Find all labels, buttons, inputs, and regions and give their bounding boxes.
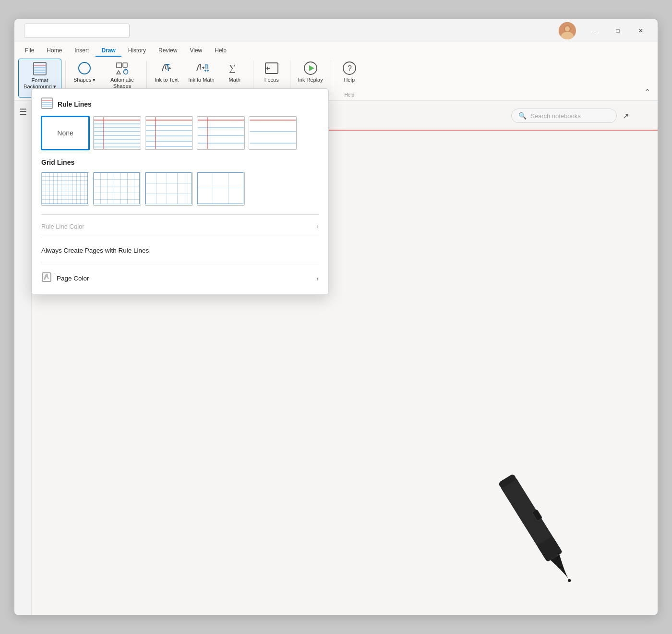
automatic-shapes-label: Automatic Shapes <box>105 77 139 89</box>
svg-point-3 <box>565 26 570 31</box>
tab-home[interactable]: Home <box>41 45 68 57</box>
svg-text:∑: ∑ <box>229 62 236 73</box>
tab-draw[interactable]: Draw <box>96 45 121 57</box>
rule-wide-option[interactable] <box>249 116 297 150</box>
title-bar-controls: — □ ✕ <box>584 23 652 38</box>
rule-lines-title: Rule Lines <box>58 100 92 108</box>
page-color-label: Page Color <box>57 275 89 282</box>
main-window: — □ ✕ File Home Insert Draw History Revi… <box>14 19 658 615</box>
ribbon-tabs: File Home Insert Draw History Review Vie… <box>14 45 658 57</box>
ink-replay-label: Ink Replay <box>298 77 323 83</box>
ink-to-math-icon <box>194 61 209 76</box>
svg-marker-20 <box>309 65 314 71</box>
grid-fine-option[interactable] <box>41 172 89 206</box>
svg-rect-10 <box>117 63 121 68</box>
grid-medium-option[interactable] <box>93 172 141 206</box>
svg-rect-25 <box>532 509 542 521</box>
notebook-search: 🔍 Search notebooks ↗ <box>511 109 629 123</box>
help-icon: ? <box>342 61 357 76</box>
title-search-bar[interactable] <box>24 24 130 38</box>
page-color-chevron: › <box>316 275 319 282</box>
title-bar-left <box>20 24 559 38</box>
tab-history[interactable]: History <box>122 45 152 57</box>
rule-narrow-option[interactable] <box>93 116 141 150</box>
svg-point-26 <box>567 578 571 582</box>
tab-view[interactable]: View <box>184 45 208 57</box>
ribbon-collapse-button[interactable]: ⌃ <box>641 86 653 98</box>
tab-review[interactable]: Review <box>153 45 183 57</box>
maximize-button[interactable]: □ <box>607 23 629 38</box>
shapes-label: Shapes ▾ <box>73 77 96 83</box>
rule-none-option[interactable]: None <box>41 116 89 150</box>
help-button[interactable]: ? Help <box>335 59 364 91</box>
svg-rect-63 <box>197 172 243 204</box>
svg-point-16 <box>207 71 208 72</box>
svg-rect-24 <box>537 536 563 562</box>
ink-replay-button[interactable]: Ink Replay <box>294 59 327 91</box>
search-icon: 🔍 <box>518 112 527 120</box>
search-notebooks-box[interactable]: 🔍 Search notebooks <box>511 109 617 123</box>
tab-insert[interactable]: Insert <box>69 45 95 57</box>
rule-college-option[interactable] <box>145 116 193 150</box>
grid-xlarge-option[interactable] <box>197 172 245 206</box>
svg-rect-23 <box>499 475 563 562</box>
divider-1 <box>41 214 319 215</box>
ink-to-text-label: Ink to Text <box>155 77 179 83</box>
shapes-button[interactable]: Shapes ▾ <box>70 59 99 91</box>
svg-point-9 <box>79 62 90 74</box>
help-label: Help <box>344 77 355 83</box>
sidebar-icon-menu[interactable]: ☰ <box>19 107 27 117</box>
tab-file[interactable]: File <box>19 45 40 57</box>
pen-illustration <box>456 445 638 589</box>
grid-lines-grid <box>41 172 319 206</box>
rule-line-color-row[interactable]: Rule Line Color › <box>41 219 319 234</box>
ink-replay-icon <box>303 61 318 76</box>
format-background-dropdown: Rule Lines None <box>31 88 329 295</box>
search-notebooks-text: Search notebooks <box>530 112 581 120</box>
help-group-label: Help <box>344 91 354 98</box>
grid-lines-title: Grid Lines <box>41 158 74 166</box>
page-color-left: Page Color <box>41 272 89 285</box>
focus-label: Focus <box>264 77 279 83</box>
focus-icon <box>264 61 279 76</box>
close-button[interactable]: ✕ <box>630 23 652 38</box>
grid-large-option[interactable] <box>145 172 193 206</box>
shapes-icon <box>77 61 92 76</box>
svg-rect-57 <box>42 172 88 204</box>
grid-lines-section-title: Grid Lines <box>41 158 319 166</box>
svg-rect-4 <box>34 62 46 75</box>
svg-rect-59 <box>94 172 140 204</box>
divider-2 <box>41 238 319 238</box>
rule-lines-icon <box>41 98 53 110</box>
svg-point-15 <box>207 70 208 71</box>
tab-help[interactable]: Help <box>209 45 232 57</box>
ink-to-math-label: Ink to Math <box>188 77 214 83</box>
rule-line-color-label: Rule Line Color <box>41 223 84 230</box>
math-icon: ∑ <box>227 61 242 76</box>
always-create-row[interactable]: Always Create Pages with Rule Lines <box>41 242 319 259</box>
ink-to-text-icon <box>159 61 174 76</box>
title-bar: — □ ✕ <box>14 19 658 42</box>
format-background-icon <box>32 61 48 76</box>
rule-line-color-chevron: › <box>316 222 319 230</box>
svg-rect-61 <box>145 172 192 204</box>
svg-rect-27 <box>498 474 517 489</box>
rule-lines-grid: None <box>41 116 319 150</box>
svg-rect-28 <box>42 98 52 109</box>
rule-standard-option[interactable] <box>197 116 245 150</box>
divider-3 <box>41 263 319 263</box>
math-label: Math <box>229 77 240 83</box>
rule-lines-section-title: Rule Lines <box>41 98 319 110</box>
svg-text:?: ? <box>348 64 352 73</box>
avatar[interactable] <box>559 22 576 39</box>
minimize-button[interactable]: — <box>584 23 606 38</box>
automatic-shapes-icon <box>114 61 130 76</box>
page-color-icon <box>41 272 52 285</box>
page-color-row[interactable]: Page Color › <box>41 267 319 290</box>
expand-icon[interactable]: ↗ <box>623 111 629 121</box>
always-create-label: Always Create Pages with Rule Lines <box>41 247 149 254</box>
focus-button[interactable]: Focus <box>257 59 286 91</box>
